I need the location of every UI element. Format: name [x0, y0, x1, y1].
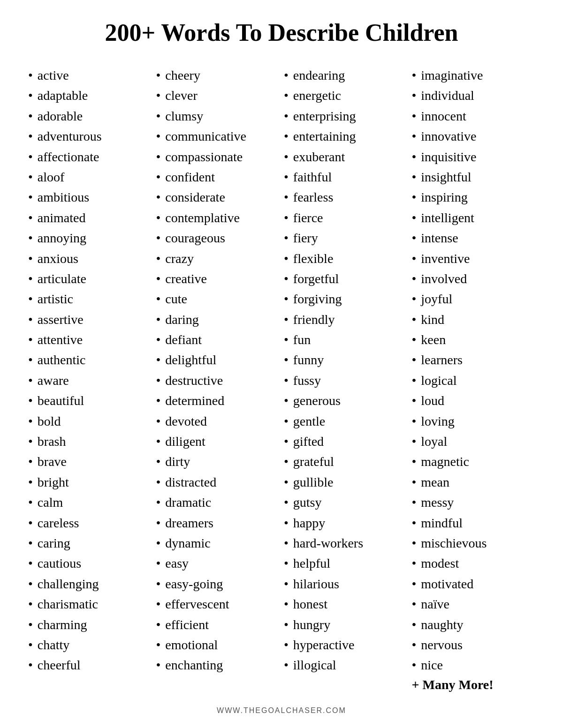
list-item: faithful [284, 167, 407, 187]
list-item: friendly [284, 309, 407, 330]
list-item: easy [156, 553, 280, 573]
list-item: destructive [156, 370, 280, 390]
list-item: bold [28, 411, 152, 431]
list-item: defiant [156, 330, 280, 350]
list-item: cheery [156, 65, 280, 85]
list-item: loyal [412, 431, 535, 451]
list-item: determined [156, 390, 280, 411]
list-item: gutsy [284, 492, 407, 512]
list-item: beautiful [28, 390, 152, 411]
list-item: hard-workers [284, 533, 407, 553]
list-item: happy [284, 513, 407, 533]
list-item: hungry [284, 615, 407, 635]
list-item: illogical [284, 655, 407, 675]
list-item: involved [412, 269, 535, 289]
list-item: delightful [156, 350, 280, 370]
list-item: cute [156, 289, 280, 309]
list-item: fearless [284, 187, 407, 207]
list-item: mindful [412, 513, 535, 533]
list-item: clumsy [156, 106, 280, 126]
list-item: gifted [284, 431, 407, 451]
list-item: innocent [412, 106, 535, 126]
list-item: active [28, 65, 152, 85]
list-item: endearing [284, 65, 407, 85]
list-item: forgetful [284, 269, 407, 289]
list-item: devoted [156, 411, 280, 431]
list-item: hilarious [284, 574, 407, 594]
list-item: clever [156, 85, 280, 105]
list-item: enterprising [284, 106, 407, 126]
list-item: dreamers [156, 513, 280, 533]
list-item: cautious [28, 553, 152, 573]
column-4: imaginativeindividualinnocentinnovativei… [412, 65, 535, 692]
list-item: considerate [156, 187, 280, 207]
list-item: artistic [28, 289, 152, 309]
list-item: annoying [28, 228, 152, 248]
list-item: bright [28, 472, 152, 492]
list-item: hyperactive [284, 635, 407, 655]
list-item: nice [412, 655, 535, 675]
list-item: authentic [28, 350, 152, 370]
list-item: chatty [28, 635, 152, 655]
list-item: adventurous [28, 126, 152, 146]
list-item: loving [412, 411, 535, 431]
list-item: dirty [156, 451, 280, 472]
list-item: compassionate [156, 147, 280, 167]
list-item: easy-going [156, 574, 280, 594]
list-item: forgiving [284, 289, 407, 309]
list-item: innovative [412, 126, 535, 146]
list-item: enchanting [156, 655, 280, 675]
list-item: communicative [156, 126, 280, 146]
list-item: emotional [156, 635, 280, 655]
list-item: joyful [412, 289, 535, 309]
list-item: messy [412, 492, 535, 512]
list-item: ambitious [28, 187, 152, 207]
list-item: exuberant [284, 147, 407, 167]
list-item: caring [28, 533, 152, 553]
list-item: attentive [28, 330, 152, 350]
list-item: gullible [284, 472, 407, 492]
list-item: charming [28, 615, 152, 635]
list-item: fun [284, 330, 407, 350]
page-title: 200+ Words To Describe Children [105, 19, 458, 46]
list-item: animated [28, 208, 152, 228]
list-item: keen [412, 330, 535, 350]
list-item: fierce [284, 208, 407, 228]
list-item: effervescent [156, 594, 280, 614]
list-item: energetic [284, 85, 407, 105]
list-item: anxious [28, 248, 152, 269]
list-item: imaginative [412, 65, 535, 85]
list-item: aloof [28, 167, 152, 187]
list-item: logical [412, 370, 535, 390]
list-item: insightful [412, 167, 535, 187]
list-item: contemplative [156, 208, 280, 228]
list-item: magnetic [412, 451, 535, 472]
list-item: charismatic [28, 594, 152, 614]
list-item: fiery [284, 228, 407, 248]
column-2: cheerycleverclumsycommunicativecompassio… [156, 65, 280, 692]
footer-url: WWW.THEGOALCHASER.COM [217, 706, 346, 715]
word-columns: activeadaptableadorableadventurousaffect… [28, 65, 535, 692]
list-item: motivated [412, 574, 535, 594]
list-item: loud [412, 390, 535, 411]
list-item: brash [28, 431, 152, 451]
list-item: adorable [28, 106, 152, 126]
list-item: mischievous [412, 533, 535, 553]
list-item: courageous [156, 228, 280, 248]
column-3: endearingenergeticenterprisingentertaini… [284, 65, 407, 692]
list-item: fussy [284, 370, 407, 390]
list-item: kind [412, 309, 535, 330]
list-item: challenging [28, 574, 152, 594]
list-item: creative [156, 269, 280, 289]
list-item: crazy [156, 248, 280, 269]
list-item: entertaining [284, 126, 407, 146]
column-1: activeadaptableadorableadventurousaffect… [28, 65, 152, 692]
list-item: efficient [156, 615, 280, 635]
list-item: learners [412, 350, 535, 370]
list-item: aware [28, 370, 152, 390]
list-item: cheerful [28, 655, 152, 675]
list-item: intelligent [412, 208, 535, 228]
list-item: naughty [412, 615, 535, 635]
list-item: generous [284, 390, 407, 411]
list-item: nervous [412, 635, 535, 655]
